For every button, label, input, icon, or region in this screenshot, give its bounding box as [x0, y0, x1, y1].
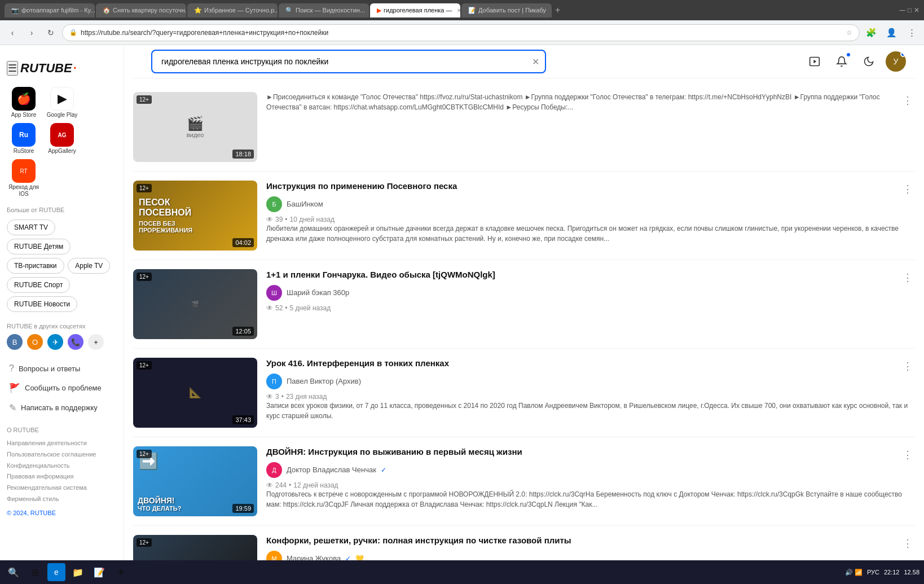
menu-icon[interactable]: ⋮ — [904, 25, 919, 41]
video-thumb-4[interactable]: ДВОЙНЯ! ЧТО ДЕЛАТЬ? ➡️ 12+ 19:59 — [133, 446, 257, 516]
stats-row-2: 👁 52 • 5 дней назад — [266, 304, 915, 312]
tab-5[interactable]: ▶ гидрогелевая пленка — ✕ — [370, 3, 460, 17]
recommendation-link[interactable]: Рекомендательная система — [7, 484, 87, 491]
ok-icon[interactable]: О — [27, 334, 43, 350]
more-options-1[interactable]: ⋮ — [900, 181, 915, 197]
video-title-1[interactable]: Инструкция по применению Посевного песка — [266, 181, 915, 192]
logo[interactable]: RUTUBE· — [20, 61, 77, 76]
pill-rutube-sport[interactable]: RUTUBE Спорт — [7, 277, 70, 293]
stats-row-3: 👁 3 • 23 дня назад — [266, 393, 915, 401]
bookmark-icon[interactable]: ☆ — [846, 29, 852, 37]
video-thumb-0[interactable]: 🎬 видео 12+ 18:18 — [133, 92, 257, 162]
report-item[interactable]: 🚩 Сообщить о проблеме — [7, 378, 117, 398]
support-item[interactable]: ✎ Написать в поддержку — [7, 398, 117, 418]
minimize-button[interactable]: ─ — [900, 6, 905, 15]
rustore-icon: Ru — [12, 123, 36, 147]
more-options-0[interactable]: ⋮ — [900, 92, 915, 109]
new-tab-button[interactable]: + — [555, 5, 560, 15]
extensions-icon[interactable]: 🧩 — [863, 25, 879, 41]
channel-avatar-2: Ш — [266, 285, 282, 301]
pill-smart-tv[interactable]: SMART TV — [7, 219, 55, 235]
telegram-taskbar[interactable]: ✈ — [112, 563, 130, 581]
views-count-1: 39 — [275, 216, 283, 223]
close-window-button[interactable]: ✕ — [914, 6, 919, 14]
pill-tv-boxes[interactable]: ТВ-приставки — [7, 258, 64, 274]
eye-icon-3: 👁 — [266, 393, 273, 401]
video-thumb-1[interactable]: ПЕСОКПОСЕВНОЙ ПОСЕВ БЕЗПРОРЕЖИВАНИЯ 12+ … — [133, 181, 257, 251]
tab-4[interactable]: 🔍 Поиск — Видеохостин... ✕ — [279, 3, 369, 17]
profile-icon[interactable]: 👤 — [883, 25, 899, 41]
stats-row-1: 👁 39 • 10 дней назад — [266, 216, 915, 223]
legal-link[interactable]: Правовая информация — [7, 473, 73, 480]
channel-name-4[interactable]: Доктор Владислав Ченчак — [287, 466, 376, 474]
video-title-4[interactable]: ДВОЙНЯ: Инструкция по выживанию в первый… — [266, 446, 915, 458]
privacy-link[interactable]: Конфиденциальность — [7, 462, 70, 469]
video-title-3[interactable]: Урок 416. Интерференция в тонких пленках — [266, 358, 915, 369]
file-explorer-taskbar[interactable]: 📁 — [69, 563, 87, 581]
forward-button[interactable]: › — [24, 25, 39, 41]
video-meta-4: ДВОЙНЯ: Инструкция по выживанию в первый… — [266, 446, 915, 516]
tab-4-favicon: 🔍 — [285, 7, 293, 14]
tab-2-favicon: 🏠 — [103, 7, 111, 14]
theme-toggle[interactable] — [859, 51, 879, 72]
user-agreement-link[interactable]: Пользовательское соглашение — [7, 451, 96, 458]
footer-section: О RUTUBE Направления деятельности Пользо… — [7, 427, 117, 516]
hamburger-menu[interactable]: ☰ — [7, 61, 18, 76]
viber-icon[interactable]: 📞 — [68, 334, 83, 350]
tab-2[interactable]: 🏠 Снять квартиру посуточн... ✕ — [96, 3, 186, 17]
back-button[interactable]: ‹ — [5, 25, 20, 41]
video-title-2[interactable]: 1+1 и пленки Гончарука. Видео обыска [tj… — [266, 269, 915, 280]
edge-taskbar[interactable]: e — [47, 563, 65, 581]
search-clear-button[interactable]: ✕ — [532, 56, 539, 67]
video-thumb-2[interactable]: 🎬 12+ 12:05 — [133, 269, 257, 339]
more-options-2[interactable]: ⋮ — [900, 269, 915, 286]
notifications-icon[interactable] — [831, 51, 852, 72]
video-title-5[interactable]: Конфорки, решетки, ручки: полная инструк… — [266, 535, 915, 546]
faq-item[interactable]: ? Вопросы и ответы — [7, 359, 117, 378]
tab-6[interactable]: 📝 Добавить пост | Пикабу ✕ — [461, 3, 552, 17]
search-input[interactable] — [151, 50, 546, 73]
restore-button[interactable]: □ — [908, 6, 912, 14]
app-store-google[interactable]: ▶ Google Play — [45, 87, 79, 118]
channel-name-3[interactable]: Павел Виктор (Архив) — [287, 377, 361, 385]
channel-name-1[interactable]: БашИнком — [287, 200, 323, 208]
more-from-section: Больше от RUTUBE SMART TV RUTUBE Детям Т… — [7, 207, 117, 314]
time-ago-1: 10 дней назад — [290, 216, 335, 223]
brand-link[interactable]: Фирменный стиль — [7, 495, 59, 502]
taskview-taskbar[interactable]: ⊞ — [26, 563, 44, 581]
vk-icon[interactable]: В — [7, 334, 23, 350]
eye-icon-2: 👁 — [266, 304, 273, 312]
telegram-icon[interactable]: ✈ — [47, 334, 63, 350]
refresh-button[interactable]: ↻ — [43, 25, 59, 41]
channel-name-2[interactable]: Шарий бэкап 360р — [287, 288, 349, 297]
tab-5-close[interactable]: ✕ — [457, 7, 460, 14]
more-social-icon[interactable]: + — [88, 334, 104, 350]
video-desc-0: ►Присоединиться к команде "Голос Отечест… — [266, 92, 915, 112]
app-store-appgallery[interactable]: AG AppGallery — [45, 123, 79, 155]
more-options-4[interactable]: ⋮ — [900, 446, 915, 463]
age-badge-5: 12+ — [137, 538, 152, 547]
more-options-5[interactable]: ⋮ — [900, 535, 915, 552]
pill-apple-tv[interactable]: Apple TV — [68, 258, 110, 274]
tab-1[interactable]: 📷 фотоаппарат fujifilm - Ку... ✕ — [5, 3, 95, 17]
word-taskbar[interactable]: 📝 — [90, 563, 108, 581]
upload-icon[interactable] — [804, 51, 825, 72]
channel-row-4: Д Доктор Владислав Ченчак ✓ — [266, 462, 915, 478]
directions-link[interactable]: Направления деятельности — [7, 440, 87, 446]
url-bar[interactable]: 🔒 https://rutube.ru/search/?query=гидрог… — [62, 24, 860, 41]
tab-6-close[interactable]: ✕ — [551, 7, 552, 14]
app-store-apple[interactable]: 🍎 App Store — [7, 87, 41, 118]
more-options-3[interactable]: ⋮ — [900, 358, 915, 375]
pill-rutube-news[interactable]: RUTUBE Новости — [7, 296, 77, 312]
app-rutube-ios[interactable]: RT Яреход для IOS — [7, 159, 41, 197]
pill-rutube-kids[interactable]: RUTUBE Детям — [7, 239, 71, 254]
user-avatar[interactable]: У — [886, 51, 906, 72]
tab-3[interactable]: ⭐ Избранное — Суточно.р... ✕ — [187, 3, 278, 17]
app-store-section: 🍎 App Store ▶ Google Play Ru RuStore AG … — [7, 87, 117, 197]
video-item-1: ПЕСОКПОСЕВНОЙ ПОСЕВ БЕЗПРОРЕЖИВАНИЯ 12+ … — [133, 172, 915, 260]
logo-text: RUTUBE — [20, 61, 72, 76]
video-thumb-3[interactable]: 📐 12+ 37:43 — [133, 358, 257, 428]
search-taskbar[interactable]: 🔍 — [5, 563, 23, 581]
taskbar-items: 🔍 ⊞ e 📁 📝 ✈ — [5, 563, 843, 581]
app-store-rustore[interactable]: Ru RuStore — [7, 123, 41, 155]
